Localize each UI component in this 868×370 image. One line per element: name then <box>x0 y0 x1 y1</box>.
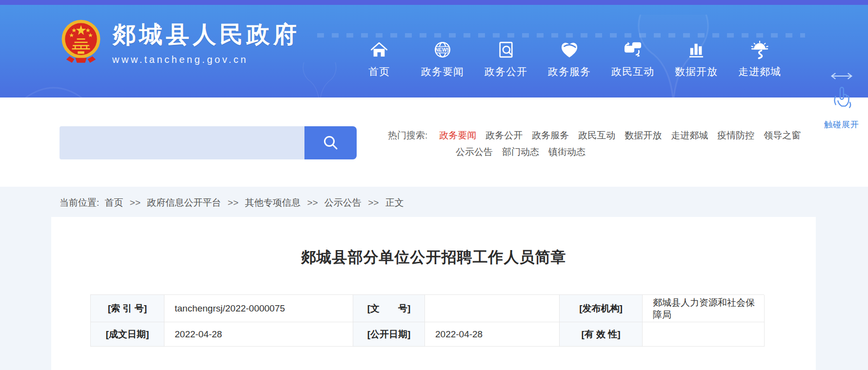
site-logo[interactable]: 郯城县人民政府 www.tancheng.gov.cn <box>61 19 300 65</box>
search-section: 热门搜索: 政务要闻 政务公开 政务服务 政民互动 数据开放 走进郯城 疫情防控… <box>0 97 868 187</box>
search-icon <box>323 135 339 151</box>
heart-icon <box>559 39 580 60</box>
nav-label: 政民互动 <box>611 65 654 78</box>
ginkgo-leaf-decoration <box>0 68 127 97</box>
hot-search-label: 热门搜索: <box>388 128 427 143</box>
interaction-icon <box>622 39 644 60</box>
nav-item-gov-open[interactable]: 政务公开 <box>474 39 538 78</box>
hot-search: 热门搜索: 政务要闻 政务公开 政务服务 政民互动 数据开放 走进郯城 疫情防控… <box>388 128 810 161</box>
meta-label-issuing-agency: [发布机构] <box>560 295 643 322</box>
hot-search-row-1: 热门搜索: 政务要闻 政务公开 政务服务 政民互动 数据开放 走进郯城 疫情防控… <box>388 128 810 143</box>
hot-link[interactable]: 镇街动态 <box>548 145 585 159</box>
nav-label: 首页 <box>368 65 390 78</box>
hot-link[interactable]: 政务服务 <box>532 128 569 143</box>
site-header: 郯城县人民政府 www.tancheng.gov.cn 首页 NEW <box>0 5 868 97</box>
nav-label: 政务公开 <box>484 65 527 78</box>
breadcrumb-separator: >> <box>228 197 239 208</box>
hot-link[interactable]: 公示公告 <box>456 145 493 159</box>
nav-label: 数据开放 <box>675 65 718 78</box>
article-card: 郯城县部分单位公开招聘工作人员简章 [索 引 号] tanchengrsj/20… <box>51 217 816 370</box>
hot-search-row-2: 公示公告 部门动态 镇街动态 <box>388 145 810 159</box>
nav-item-gov-service[interactable]: 政务服务 <box>538 39 601 78</box>
meta-value-written-date: 2022-04-28 <box>164 322 353 347</box>
breadcrumb-item-current: 正文 <box>385 197 404 208</box>
hot-link[interactable]: 政民互动 <box>578 128 615 143</box>
meta-value-doc-number <box>425 295 560 322</box>
bar-chart-icon <box>686 39 707 60</box>
svg-text:NEWS: NEWS <box>435 47 450 53</box>
nav-item-news[interactable]: NEWS 政务要闻 <box>411 39 474 78</box>
hot-link[interactable]: 政务要闻 <box>439 128 476 143</box>
home-icon <box>368 39 390 60</box>
breadcrumb-item-platform[interactable]: 政府信息公开平台 <box>147 197 221 208</box>
breadcrumb-separator: >> <box>368 197 379 208</box>
search-input[interactable] <box>60 126 304 159</box>
pointing-hand-icon <box>818 82 865 117</box>
meta-label-index-number: [索 引 号] <box>91 295 164 322</box>
breadcrumb-item-special-info[interactable]: 其他专项信息 <box>245 197 301 208</box>
breadcrumb-separator: >> <box>307 197 318 208</box>
horizontal-arrows-icon <box>818 72 865 82</box>
hot-link[interactable]: 领导之窗 <box>764 128 801 143</box>
nav-item-home[interactable]: 首页 <box>347 39 411 78</box>
main-nav: 首页 NEWS 政务要闻 政务公开 <box>347 39 791 78</box>
nav-label: 走进郯城 <box>738 65 781 78</box>
main-content-area: 当前位置: 首页 >> 政府信息公开平台 >> 其他专项信息 >> 公示公告 >… <box>0 187 868 370</box>
meta-label-written-date: [成文日期] <box>91 322 164 347</box>
nav-item-interaction[interactable]: 政民互动 <box>601 39 665 78</box>
nav-item-about-tancheng[interactable]: 走进郯城 <box>728 39 791 78</box>
site-url: www.tancheng.gov.cn <box>112 54 300 65</box>
meta-label-publish-date: [公开日期] <box>353 322 425 347</box>
breadcrumb-separator: >> <box>130 197 141 208</box>
meta-label-doc-number: [文 号] <box>353 295 425 322</box>
meta-value-index-number: tanchengrsj/2022-0000075 <box>164 295 353 322</box>
nav-item-data-open[interactable]: 数据开放 <box>665 39 728 78</box>
breadcrumb-label: 当前位置: <box>60 197 99 208</box>
china-national-emblem-icon <box>61 19 101 65</box>
scenic-sun-icon <box>749 39 770 60</box>
document-search-icon <box>495 39 517 60</box>
hot-link[interactable]: 疫情防控 <box>717 128 754 143</box>
top-accent-strip <box>0 0 868 5</box>
meta-label-validity: [有 效 性] <box>560 322 643 347</box>
search-box <box>60 126 357 159</box>
document-meta-table: [索 引 号] tanchengrsj/2022-0000075 [文 号] [… <box>90 294 764 347</box>
site-title: 郯城县人民政府 <box>112 19 300 50</box>
search-button[interactable] <box>304 126 357 159</box>
news-globe-icon: NEWS <box>432 39 453 60</box>
breadcrumb-item-announcements[interactable]: 公示公告 <box>324 197 362 208</box>
touch-expand-widget[interactable]: 触碰展开 <box>818 72 865 130</box>
nav-label: 政务要闻 <box>421 65 464 78</box>
touch-expand-label: 触碰展开 <box>818 119 865 130</box>
hot-link[interactable]: 走进郯城 <box>671 128 708 143</box>
meta-value-publish-date: 2022-04-28 <box>425 322 560 347</box>
hot-link[interactable]: 部门动态 <box>502 145 539 159</box>
breadcrumb-item-home[interactable]: 首页 <box>105 197 123 208</box>
article-title: 郯城县部分单位公开招聘工作人员简章 <box>51 247 816 268</box>
meta-value-validity <box>643 322 765 347</box>
hot-link[interactable]: 政务公开 <box>485 128 523 143</box>
meta-value-issuing-agency: 郯城县人力资源和社会保障局 <box>643 295 765 322</box>
hot-link[interactable]: 数据开放 <box>625 128 662 143</box>
nav-label: 政务服务 <box>548 65 591 78</box>
breadcrumb: 当前位置: 首页 >> 政府信息公开平台 >> 其他专项信息 >> 公示公告 >… <box>60 196 404 209</box>
